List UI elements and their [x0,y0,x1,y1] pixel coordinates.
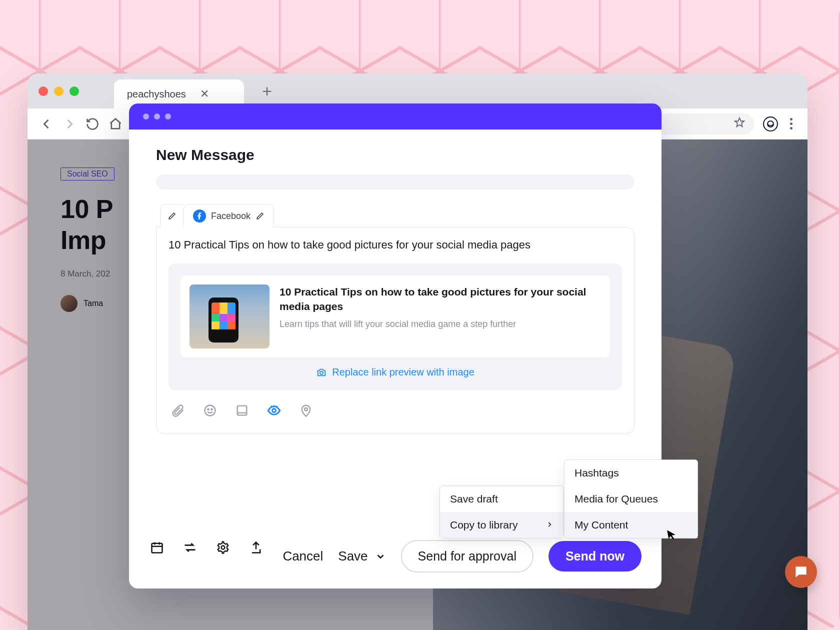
send-now-button[interactable]: Send now [548,541,642,572]
tab-title: peachyshoes [127,88,186,100]
composer-title: New Message [156,146,634,164]
link-preview: 10 Practical Tips on how to take good pi… [168,264,622,390]
modal-dot-icon [154,114,160,120]
nav-forward-icon [62,117,76,131]
link-preview-card[interactable]: 10 Practical Tips on how to take good pi… [180,276,610,358]
extension-icon[interactable] [763,116,778,132]
home-icon[interactable] [108,117,122,131]
svg-point-2 [205,406,216,416]
link-preview-description: Learn tips that will lift your social me… [280,319,601,330]
link-preview-title: 10 Practical Tips on how to take good pi… [280,284,601,314]
location-icon[interactable] [298,403,314,418]
svg-point-4 [211,409,212,410]
tab-close-icon[interactable]: ✕ [200,88,209,100]
reload-icon[interactable] [86,117,100,131]
save-menu: Save draft Copy to library [440,486,564,538]
library-submenu: Hashtags Media for Queues My Content [564,460,698,538]
new-tab-button[interactable]: ＋ [259,80,275,102]
svg-rect-5 [238,406,247,416]
camera-icon [316,367,327,378]
attachment-icon[interactable] [170,403,186,418]
editor-toolbar [168,400,622,421]
link-preview-thumbnail [190,284,270,348]
chat-fab-button[interactable] [785,556,817,588]
message-editor[interactable]: 10 Practical Tips on how to take good pi… [156,227,634,434]
svg-point-3 [208,409,208,410]
save-button[interactable]: Save [338,548,386,564]
chevron-down-icon [375,551,386,562]
facebook-icon [193,210,206,222]
composer-titlebar [129,104,662,130]
svg-point-7 [304,408,308,411]
modal-dot-icon [143,114,149,120]
platform-tab-label: Facebook [211,211,250,222]
menu-item-save-draft[interactable]: Save draft [440,486,563,512]
chevron-right-icon [546,520,553,530]
submenu-item-my-content[interactable]: My Content [564,512,698,538]
window-close-icon[interactable] [38,86,48,96]
window-controls [38,86,79,96]
edit-tab-icon[interactable] [256,212,264,220]
edit-all-tab[interactable] [160,204,184,228]
modal-dot-icon [165,114,171,120]
composer-modal: New Message Facebook 10 Practical Tips o… [129,104,662,588]
cancel-button[interactable]: Cancel [282,548,323,564]
emoji-icon[interactable] [202,403,218,418]
svg-point-6 [272,409,276,412]
replace-preview-button[interactable]: Replace link preview with image [180,366,610,378]
cursor-icon [666,528,677,542]
chat-icon [793,564,809,580]
browser-menu-icon[interactable] [787,118,796,130]
submenu-item-media-for-queues[interactable]: Media for Queues [564,486,698,512]
svg-point-1 [320,371,323,374]
menu-item-copy-to-library[interactable]: Copy to library [440,512,563,538]
card-icon[interactable] [234,403,250,418]
window-minimize-icon[interactable] [54,86,64,96]
visibility-icon[interactable] [266,403,282,418]
nav-back-icon[interactable] [40,117,54,131]
recipient-field[interactable] [156,174,634,190]
window-zoom-icon[interactable] [70,86,79,96]
submenu-item-hashtags[interactable]: Hashtags [564,460,698,486]
send-for-approval-button[interactable]: Send for approval [401,540,534,572]
tab-facebook[interactable]: Facebook [184,204,274,228]
bookmark-star-icon[interactable] [734,117,745,131]
composer-footer-buttons: Cancel Save Send for approval Send now [129,540,662,584]
message-text[interactable]: 10 Practical Tips on how to take good pi… [168,238,622,252]
